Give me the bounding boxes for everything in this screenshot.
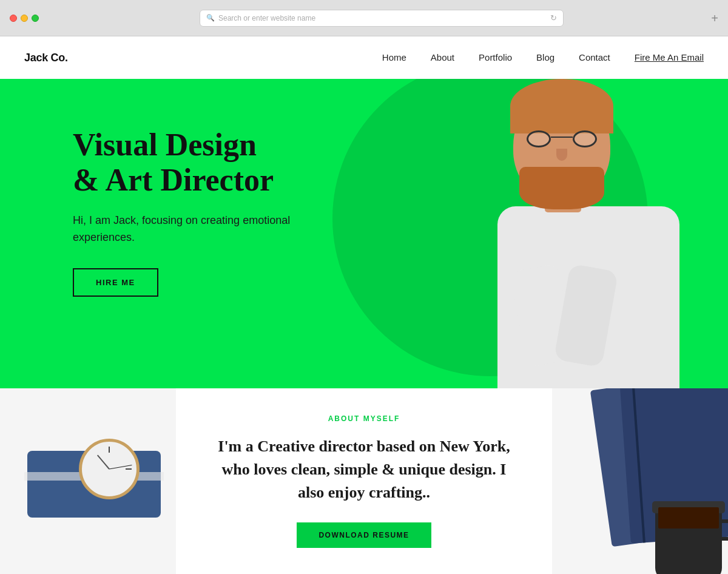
coffee-cup-image — [655, 507, 722, 574]
about-section: ABOUT MYSELF I'm a Creative director bas… — [0, 388, 728, 574]
nav-email[interactable]: Fire Me An Email — [635, 52, 704, 62]
nav-home[interactable]: Home — [382, 52, 406, 62]
person-glasses-right — [573, 130, 597, 147]
fullscreen-button[interactable] — [32, 15, 39, 22]
about-description: I'm a Creative director based on New Yor… — [212, 435, 516, 504]
nav-about[interactable]: About — [431, 52, 454, 62]
about-left-decoration — [0, 388, 188, 574]
nav-links: Home About Portfolio Blog Contact Fire M… — [382, 52, 704, 63]
download-resume-button[interactable]: DOWNLOAD RESUME — [297, 522, 431, 548]
hire-me-button[interactable]: HirE ME — [73, 268, 158, 297]
address-bar[interactable]: 🔍 Search or enter website name ↻ — [200, 10, 564, 27]
reload-icon[interactable]: ↻ — [550, 13, 557, 22]
nav-portfolio[interactable]: Portfolio — [479, 52, 512, 62]
search-icon: 🔍 — [206, 14, 215, 22]
navbar: Jack Co. Home About Portfolio Blog Conta… — [0, 36, 728, 79]
close-button[interactable] — [10, 15, 17, 22]
watch-image — [9, 427, 179, 536]
nav-contact[interactable]: Contact — [579, 52, 610, 62]
coffee-surface — [658, 507, 719, 528]
person-glasses-bridge — [551, 137, 573, 138]
watch-hand-hour — [97, 454, 110, 469]
person-glasses-left — [527, 130, 551, 147]
about-card: ABOUT MYSELF I'm a Creative director bas… — [176, 388, 552, 574]
address-bar-text: Search or enter website name — [218, 14, 315, 22]
person-beard — [519, 167, 604, 209]
traffic-lights — [10, 15, 39, 22]
person-head — [513, 91, 610, 200]
nav-blog[interactable]: Blog — [536, 52, 554, 62]
hero-title: Visual Design& Art Director — [73, 127, 352, 198]
hero-person-image — [376, 79, 728, 388]
hero-subtitle: Hi, I am Jack, focusing on creating emot… — [73, 212, 352, 246]
notebook-spine — [631, 388, 645, 543]
minimize-button[interactable] — [21, 15, 28, 22]
about-right-decoration — [558, 388, 728, 574]
person-hair — [510, 79, 613, 133]
hero-content: Visual Design& Art Director Hi, I am Jac… — [73, 127, 352, 297]
person-nose — [556, 149, 567, 161]
about-label: ABOUT MYSELF — [212, 414, 516, 423]
watch-mark-12 — [109, 447, 110, 453]
watch-face — [79, 439, 140, 499]
cup-handle — [722, 519, 728, 541]
browser-chrome: 🔍 Search or enter website name ↻ + — [0, 0, 728, 36]
brand-logo[interactable]: Jack Co. — [24, 52, 68, 64]
website-content: Jack Co. Home About Portfolio Blog Conta… — [0, 36, 728, 574]
hero-section: Visual Design& Art Director Hi, I am Jac… — [0, 79, 728, 388]
watch-mark-3 — [126, 468, 132, 470]
add-tab-button[interactable]: + — [711, 11, 718, 25]
